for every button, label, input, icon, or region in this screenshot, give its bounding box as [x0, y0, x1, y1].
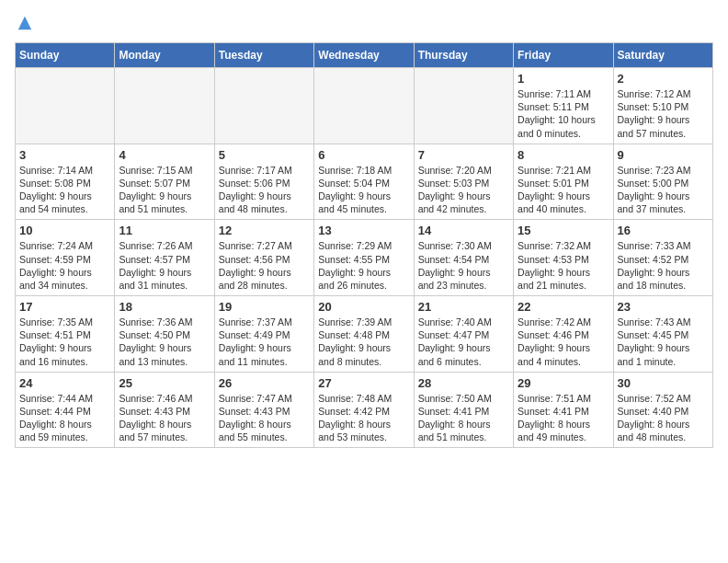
- calendar-cell: 5Sunrise: 7:17 AM Sunset: 5:06 PM Daylig…: [214, 144, 313, 220]
- calendar-cell: 8Sunrise: 7:21 AM Sunset: 5:01 PM Daylig…: [514, 144, 613, 220]
- day-number: 14: [418, 224, 509, 237]
- calendar-cell: 28Sunrise: 7:50 AM Sunset: 4:41 PM Dayli…: [414, 372, 513, 448]
- day-number: 25: [119, 376, 210, 390]
- logo-icon: [17, 15, 33, 31]
- day-info: Sunrise: 7:32 AM Sunset: 4:53 PM Dayligh…: [518, 239, 609, 292]
- day-info: Sunrise: 7:27 AM Sunset: 4:56 PM Dayligh…: [219, 239, 310, 292]
- day-number: 23: [618, 300, 709, 314]
- column-header-tuesday: Tuesday: [214, 43, 313, 68]
- day-number: 12: [219, 224, 310, 237]
- day-number: 20: [318, 300, 409, 314]
- day-info: Sunrise: 7:40 AM Sunset: 4:47 PM Dayligh…: [418, 316, 509, 368]
- day-number: 6: [318, 148, 409, 162]
- calendar-week-row: 3Sunrise: 7:14 AM Sunset: 5:08 PM Daylig…: [16, 144, 713, 220]
- day-number: 8: [518, 148, 609, 162]
- calendar-cell: 7Sunrise: 7:20 AM Sunset: 5:03 PM Daylig…: [414, 144, 513, 220]
- column-header-friday: Friday: [514, 43, 613, 68]
- calendar-cell: [16, 68, 115, 144]
- calendar-cell: [314, 68, 414, 144]
- day-number: 28: [418, 376, 509, 390]
- day-info: Sunrise: 7:15 AM Sunset: 5:07 PM Dayligh…: [119, 164, 210, 216]
- day-info: Sunrise: 7:14 AM Sunset: 5:08 PM Dayligh…: [19, 164, 110, 216]
- day-info: Sunrise: 7:11 AM Sunset: 5:11 PM Dayligh…: [518, 87, 609, 140]
- calendar-cell: 12Sunrise: 7:27 AM Sunset: 4:56 PM Dayli…: [214, 220, 313, 296]
- calendar-cell: 17Sunrise: 7:35 AM Sunset: 4:51 PM Dayli…: [16, 296, 115, 373]
- calendar-cell: 6Sunrise: 7:18 AM Sunset: 5:04 PM Daylig…: [314, 144, 414, 220]
- day-info: Sunrise: 7:50 AM Sunset: 4:41 PM Dayligh…: [418, 392, 509, 444]
- day-number: 17: [19, 300, 110, 314]
- day-info: Sunrise: 7:39 AM Sunset: 4:48 PM Dayligh…: [318, 316, 409, 368]
- day-info: Sunrise: 7:35 AM Sunset: 4:51 PM Dayligh…: [19, 316, 110, 368]
- calendar-cell: 23Sunrise: 7:43 AM Sunset: 4:45 PM Dayli…: [613, 296, 712, 373]
- day-info: Sunrise: 7:23 AM Sunset: 5:00 PM Dayligh…: [618, 164, 709, 216]
- day-number: 5: [219, 148, 310, 162]
- day-info: Sunrise: 7:20 AM Sunset: 5:03 PM Dayligh…: [418, 164, 509, 216]
- day-number: 19: [219, 300, 310, 314]
- day-info: Sunrise: 7:21 AM Sunset: 5:01 PM Dayligh…: [518, 164, 609, 216]
- day-number: 10: [19, 224, 110, 237]
- column-header-thursday: Thursday: [414, 43, 513, 68]
- calendar-cell: 16Sunrise: 7:33 AM Sunset: 4:52 PM Dayli…: [613, 220, 712, 296]
- day-number: 30: [618, 376, 709, 390]
- day-info: Sunrise: 7:44 AM Sunset: 4:44 PM Dayligh…: [19, 392, 110, 444]
- calendar-week-row: 10Sunrise: 7:24 AM Sunset: 4:59 PM Dayli…: [16, 220, 713, 296]
- day-info: Sunrise: 7:26 AM Sunset: 4:57 PM Dayligh…: [119, 239, 210, 292]
- calendar-cell: 15Sunrise: 7:32 AM Sunset: 4:53 PM Dayli…: [514, 220, 613, 296]
- calendar: SundayMondayTuesdayWednesdayThursdayFrid…: [15, 42, 713, 448]
- day-info: Sunrise: 7:51 AM Sunset: 4:41 PM Dayligh…: [518, 392, 609, 444]
- day-info: Sunrise: 7:48 AM Sunset: 4:42 PM Dayligh…: [318, 392, 409, 444]
- svg-marker-0: [18, 17, 31, 29]
- calendar-cell: 9Sunrise: 7:23 AM Sunset: 5:00 PM Daylig…: [613, 144, 712, 220]
- day-number: 24: [19, 376, 110, 390]
- day-info: Sunrise: 7:52 AM Sunset: 4:40 PM Dayligh…: [618, 392, 709, 444]
- day-info: Sunrise: 7:46 AM Sunset: 4:43 PM Dayligh…: [119, 392, 210, 444]
- calendar-cell: 18Sunrise: 7:36 AM Sunset: 4:50 PM Dayli…: [115, 296, 214, 373]
- day-number: 16: [618, 224, 709, 237]
- day-info: Sunrise: 7:33 AM Sunset: 4:52 PM Dayligh…: [618, 239, 709, 292]
- calendar-cell: 21Sunrise: 7:40 AM Sunset: 4:47 PM Dayli…: [414, 296, 513, 373]
- calendar-cell: 27Sunrise: 7:48 AM Sunset: 4:42 PM Dayli…: [314, 372, 414, 448]
- header: [15, 15, 713, 31]
- calendar-cell: 20Sunrise: 7:39 AM Sunset: 4:48 PM Dayli…: [314, 296, 414, 373]
- calendar-cell: 14Sunrise: 7:30 AM Sunset: 4:54 PM Dayli…: [414, 220, 513, 296]
- calendar-cell: [414, 68, 513, 144]
- calendar-cell: 10Sunrise: 7:24 AM Sunset: 4:59 PM Dayli…: [16, 220, 115, 296]
- day-info: Sunrise: 7:42 AM Sunset: 4:46 PM Dayligh…: [518, 316, 609, 368]
- day-number: 4: [119, 148, 210, 162]
- column-header-monday: Monday: [115, 43, 214, 68]
- day-info: Sunrise: 7:12 AM Sunset: 5:10 PM Dayligh…: [618, 87, 709, 140]
- day-info: Sunrise: 7:24 AM Sunset: 4:59 PM Dayligh…: [19, 239, 110, 292]
- day-number: 29: [518, 376, 609, 390]
- day-number: 9: [618, 148, 709, 162]
- day-info: Sunrise: 7:43 AM Sunset: 4:45 PM Dayligh…: [618, 316, 709, 368]
- column-header-saturday: Saturday: [613, 43, 712, 68]
- day-number: 15: [518, 224, 609, 237]
- calendar-week-row: 17Sunrise: 7:35 AM Sunset: 4:51 PM Dayli…: [16, 296, 713, 373]
- day-info: Sunrise: 7:36 AM Sunset: 4:50 PM Dayligh…: [119, 316, 210, 368]
- day-info: Sunrise: 7:47 AM Sunset: 4:43 PM Dayligh…: [219, 392, 310, 444]
- logo: [15, 15, 33, 31]
- calendar-week-row: 1Sunrise: 7:11 AM Sunset: 5:11 PM Daylig…: [16, 68, 713, 144]
- day-number: 18: [119, 300, 210, 314]
- calendar-cell: 1Sunrise: 7:11 AM Sunset: 5:11 PM Daylig…: [514, 68, 613, 144]
- calendar-cell: [115, 68, 214, 144]
- calendar-week-row: 24Sunrise: 7:44 AM Sunset: 4:44 PM Dayli…: [16, 372, 713, 448]
- day-info: Sunrise: 7:30 AM Sunset: 4:54 PM Dayligh…: [418, 239, 509, 292]
- day-number: 27: [318, 376, 409, 390]
- day-number: 1: [518, 72, 609, 86]
- calendar-cell: 4Sunrise: 7:15 AM Sunset: 5:07 PM Daylig…: [115, 144, 214, 220]
- calendar-header-row: SundayMondayTuesdayWednesdayThursdayFrid…: [16, 43, 713, 68]
- day-number: 2: [618, 72, 709, 86]
- day-info: Sunrise: 7:18 AM Sunset: 5:04 PM Dayligh…: [318, 164, 409, 216]
- calendar-cell: 19Sunrise: 7:37 AM Sunset: 4:49 PM Dayli…: [214, 296, 313, 373]
- calendar-cell: 26Sunrise: 7:47 AM Sunset: 4:43 PM Dayli…: [214, 372, 313, 448]
- day-number: 7: [418, 148, 509, 162]
- day-number: 13: [318, 224, 409, 237]
- calendar-cell: 11Sunrise: 7:26 AM Sunset: 4:57 PM Dayli…: [115, 220, 214, 296]
- calendar-cell: 22Sunrise: 7:42 AM Sunset: 4:46 PM Dayli…: [514, 296, 613, 373]
- column-header-wednesday: Wednesday: [314, 43, 414, 68]
- day-number: 3: [19, 148, 110, 162]
- calendar-cell: [214, 68, 313, 144]
- calendar-cell: 3Sunrise: 7:14 AM Sunset: 5:08 PM Daylig…: [16, 144, 115, 220]
- calendar-cell: 2Sunrise: 7:12 AM Sunset: 5:10 PM Daylig…: [613, 68, 712, 144]
